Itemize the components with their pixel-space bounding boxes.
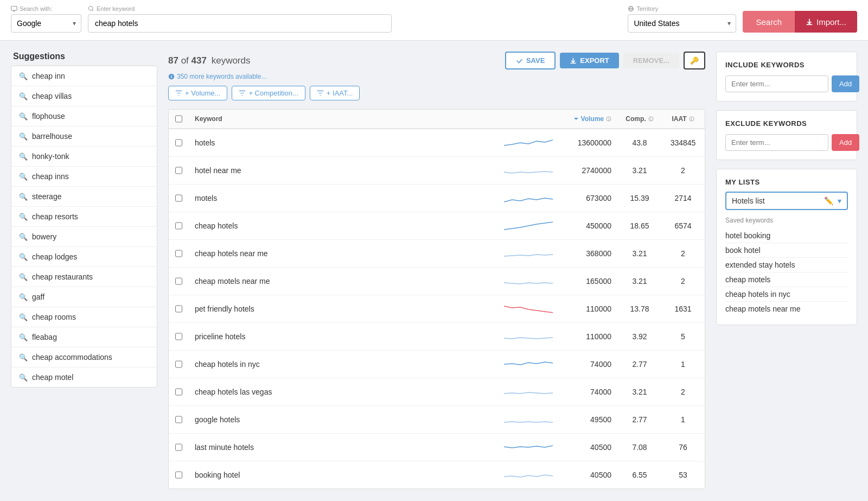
- row-keyword: cheap hotels near me: [188, 249, 493, 258]
- table-row: hotel near me 2740000 3.21 2: [169, 157, 705, 185]
- edit-icon[interactable]: ✏️: [824, 196, 833, 205]
- row-checkbox[interactable]: [175, 443, 182, 451]
- row-checkbox-cell: [169, 471, 188, 479]
- row-checkbox[interactable]: [175, 222, 182, 230]
- row-volume: 13600000: [564, 138, 618, 147]
- row-comp: 2.77: [618, 360, 661, 369]
- row-volume: 673000: [564, 194, 618, 202]
- row-keyword: cheap hotels: [188, 221, 493, 230]
- search-icon: 🔍: [19, 153, 28, 161]
- row-checkbox[interactable]: [175, 471, 182, 479]
- import-button[interactable]: Import...: [795, 11, 857, 33]
- header-comp[interactable]: Comp. i: [618, 115, 661, 123]
- suggestion-item[interactable]: 🔍bowery: [11, 227, 157, 247]
- header-iaat[interactable]: IAAT i: [661, 115, 705, 123]
- row-iaat: 2: [661, 388, 705, 396]
- row-checkbox[interactable]: [175, 360, 182, 368]
- suggestion-text: cheap accommodations: [32, 353, 112, 362]
- exclude-keywords-title: EXCLUDE KEYWORDS: [725, 119, 848, 128]
- save-button[interactable]: SAVE: [505, 52, 556, 69]
- keywords-count: 87 of 437 keywords: [168, 55, 250, 66]
- search-engine-select[interactable]: Google Bing Yahoo: [11, 14, 81, 33]
- saved-keywords-list: hotel bookingbook hotelextended stay hot…: [725, 229, 848, 316]
- row-volume: 49500: [564, 415, 618, 424]
- row-keyword: cheap motels near me: [188, 277, 493, 286]
- header-keyword: Keyword: [188, 115, 493, 123]
- search-icon: 🔍: [19, 233, 28, 241]
- suggestion-item[interactable]: 🔍fleabag: [11, 327, 157, 347]
- suggestion-item[interactable]: 🔍cheap restaurants: [11, 267, 157, 287]
- suggestion-item[interactable]: 🔍cheap inn: [11, 66, 157, 86]
- suggestion-item[interactable]: 🔍cheap motel: [11, 367, 157, 387]
- chevron-down-icon[interactable]: ▾: [838, 196, 841, 205]
- suggestion-item[interactable]: 🔍cheap villas: [11, 86, 157, 106]
- row-keyword: booking hotel: [188, 471, 493, 479]
- suggestion-item[interactable]: 🔍steerage: [11, 187, 157, 207]
- suggestion-item[interactable]: 🔍honky-tonk: [11, 147, 157, 167]
- suggestion-text: barrelhouse: [32, 132, 72, 141]
- row-chart: [493, 439, 564, 455]
- table-row: priceline hotels 110000 3.92 5: [169, 323, 705, 351]
- suggestion-item[interactable]: 🔍gaff: [11, 287, 157, 307]
- suggestion-item[interactable]: 🔍cheap rooms: [11, 307, 157, 327]
- territory-select[interactable]: United States United Kingdom Canada Aust…: [628, 14, 736, 33]
- row-comp: 6.55: [618, 471, 661, 479]
- row-checkbox[interactable]: [175, 277, 182, 285]
- exclude-keyword-input[interactable]: [725, 134, 828, 151]
- suggestion-item[interactable]: 🔍cheap inns: [11, 167, 157, 187]
- suggestions-panel: Suggestions 🔍cheap inn🔍cheap villas🔍flop…: [11, 52, 157, 489]
- row-volume: 368000: [564, 249, 618, 258]
- suggestion-text: cheap motel: [32, 373, 73, 382]
- row-checkbox[interactable]: [175, 250, 182, 257]
- suggestion-item[interactable]: 🔍cheap resorts: [11, 207, 157, 227]
- list-selector[interactable]: Hotels list ✏️ ▾: [725, 192, 848, 210]
- header-volume[interactable]: Volume i: [564, 115, 618, 123]
- row-comp: 15.39: [618, 194, 661, 202]
- search-icon: 🔍: [19, 313, 28, 321]
- include-keywords-row: Add: [725, 75, 848, 92]
- suggestion-item[interactable]: 🔍barrelhouse: [11, 126, 157, 147]
- svg-text:i: i: [650, 117, 651, 121]
- include-add-button[interactable]: Add: [832, 75, 859, 92]
- row-checkbox-cell: [169, 305, 188, 313]
- row-checkbox[interactable]: [175, 139, 182, 147]
- row-comp: 43.8: [618, 138, 661, 147]
- row-keyword: motels: [188, 194, 493, 202]
- keyword-input[interactable]: [88, 14, 392, 33]
- row-keyword: hotel near me: [188, 166, 493, 175]
- select-all-checkbox[interactable]: [175, 115, 182, 123]
- include-keyword-input[interactable]: [725, 75, 828, 92]
- row-iaat: 1631: [661, 305, 705, 313]
- export-button[interactable]: EXPORT: [560, 53, 618, 68]
- search-icon: 🔍: [19, 72, 28, 80]
- row-chart: [493, 218, 564, 234]
- key-button[interactable]: 🔑: [684, 52, 705, 69]
- table-row: cheap hotels near me 368000 3.21 2: [169, 240, 705, 268]
- row-checkbox[interactable]: [175, 388, 182, 396]
- filter-chip[interactable]: + Competition...: [232, 86, 305, 100]
- filter-chip[interactable]: + IAAT...: [310, 86, 360, 100]
- row-checkbox[interactable]: [175, 416, 182, 423]
- row-iaat: 5: [661, 332, 705, 341]
- row-checkbox[interactable]: [175, 167, 182, 174]
- remove-button[interactable]: REMOVE...: [623, 53, 679, 68]
- row-checkbox[interactable]: [175, 305, 182, 313]
- row-checkbox-cell: [169, 360, 188, 368]
- search-button[interactable]: Search: [743, 11, 795, 33]
- row-comp: 3.21: [618, 249, 661, 258]
- row-chart: [493, 467, 564, 483]
- row-volume: 110000: [564, 305, 618, 313]
- search-btn-group: Search Import...: [743, 11, 857, 33]
- exclude-add-button[interactable]: Add: [832, 134, 859, 151]
- suggestion-text: cheap lodges: [32, 252, 77, 261]
- suggestion-item[interactable]: 🔍flophouse: [11, 106, 157, 126]
- suggestions-list: 🔍cheap inn🔍cheap villas🔍flophouse🔍barrel…: [11, 66, 157, 388]
- row-checkbox-cell: [169, 250, 188, 257]
- suggestion-item[interactable]: 🔍cheap lodges: [11, 247, 157, 267]
- row-checkbox[interactable]: [175, 333, 182, 340]
- suggestion-item[interactable]: 🔍cheap accommodations: [11, 347, 157, 367]
- table-row: google hotels 49500 2.77 1: [169, 406, 705, 434]
- row-checkbox[interactable]: [175, 194, 182, 202]
- row-checkbox-cell: [169, 443, 188, 451]
- filter-chip[interactable]: + Volume...: [168, 86, 227, 100]
